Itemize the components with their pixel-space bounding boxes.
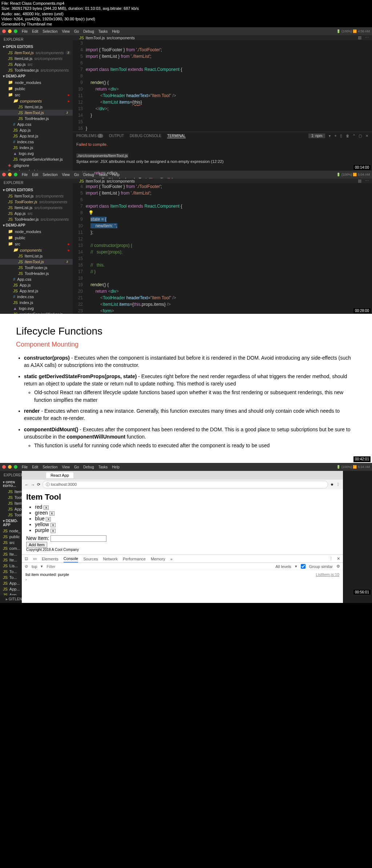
more-tabs-icon[interactable]: » [170,557,173,561]
chevron-up-icon[interactable]: ^ [353,134,355,138]
new-terminal-icon[interactable]: + [334,134,336,138]
tree-item[interactable]: ▲logo.svg [0,151,73,156]
split-terminal-icon[interactable]: ▯ [340,134,342,138]
tree-item[interactable]: #index.css [0,294,73,300]
tree-item[interactable]: JSIte... [0,551,22,557]
menu-item[interactable]: File [22,465,28,469]
add-item-button[interactable]: Add Item [26,542,47,548]
tree-item[interactable]: JSregisterServiceWorker.js [0,156,73,162]
open-editor-item[interactable]: JSApp.jssrc [0,61,73,67]
menu-item[interactable]: Tasks [98,29,108,33]
menu-item[interactable]: Selection [43,465,57,469]
more-icon[interactable]: ⋯ [365,35,369,40]
traffic-max[interactable] [14,29,17,33]
open-editor-item[interactable]: JSToolHeader.jssrc/components [0,67,73,73]
tree-item[interactable]: JSindex.js [0,145,73,151]
tree-item[interactable]: 📁public [0,235,73,241]
context-selector[interactable]: top [32,564,37,569]
tree-item[interactable]: JSToolHeader.js [0,271,73,276]
back-icon[interactable]: ← [25,483,29,487]
url-input[interactable]: ⓘ localhost:3000 [43,481,328,488]
menu-item[interactable]: Edit [32,29,38,33]
tree-item[interactable]: JSToolHeader.js [0,116,73,121]
menu-item[interactable]: Help [112,465,120,469]
log-levels-selector[interactable]: All levels [275,564,291,569]
open-editor-item[interactable]: JSItemList.jssrc/components [0,56,73,61]
dt-tab-network[interactable]: Network [103,557,118,561]
open-editor-item[interactable]: JSItemList.jssrc/components [0,205,73,211]
terminal-selector[interactable]: 1: npm [308,133,326,138]
dt-tab-console[interactable]: Console [64,556,78,563]
dt-tab-elements[interactable]: Elements [42,557,58,561]
menu-item[interactable]: File [22,173,28,177]
delete-item-button[interactable]: X [50,529,56,533]
delete-item-button[interactable]: X [44,505,49,510]
tree-item[interactable]: JSTo... [0,575,22,580]
output-tab[interactable]: OUTPUT [109,134,124,138]
tree-item[interactable]: JScom... [0,545,22,551]
tree-item[interactable]: JSToolFooter.js [0,265,73,271]
settings-icon[interactable]: ⋮ [329,556,333,561]
close-devtools-icon[interactable]: ✕ [337,556,340,561]
menu-item[interactable]: View [62,173,70,177]
delete-item-button[interactable]: X [50,523,56,527]
project-section[interactable]: DEMO-APP [0,222,73,228]
delete-item-button[interactable]: X [46,517,51,521]
dt-tab-memory[interactable]: Memory [151,557,165,561]
tree-item[interactable]: JSApp... [0,586,22,592]
traffic-close[interactable] [2,29,6,33]
open-editor-item[interactable]: JSApp.jssrc [0,211,73,216]
clear-console-icon[interactable]: ⊘ [25,564,28,569]
settings-icon[interactable]: ⚙ [336,564,340,569]
device-icon[interactable]: ▭ [33,556,37,561]
delete-item-button[interactable]: X [49,511,54,516]
menu-item[interactable]: Go [74,29,79,33]
split-editor-icon[interactable]: ▥ [358,179,361,183]
menu-item[interactable]: Tasks [98,465,108,469]
open-editor-item[interactable]: JSItemTool.jssrc/components [0,193,73,199]
tree-item[interactable]: JSsrc [0,540,22,545]
group-similar-checkbox[interactable] [301,564,306,569]
tree-item[interactable]: JSnode_ [0,528,22,534]
dt-tab-performance[interactable]: Performance [123,557,146,561]
menu-icon[interactable]: ⋮ [336,482,340,487]
menu-item[interactable]: Edit [32,173,38,177]
open-editor-item[interactable]: JSToolFo... [0,495,22,500]
tree-item[interactable]: JSApp... [0,580,22,586]
code-editor[interactable]: 4567891011121314151617181920212223242526… [73,183,372,334]
new-item-input[interactable] [50,535,106,542]
console-filter-input[interactable] [46,564,272,569]
tree-item[interactable]: 📁node_modules [0,228,73,235]
tree-item[interactable]: JSItemList.js [0,253,73,259]
tree-item[interactable]: JSTo... [0,569,22,575]
code-editor[interactable]: 345678910111213141516 import { ToolFoote… [73,40,372,132]
split-editor-icon[interactable]: ▥ [358,35,361,40]
menu-item[interactable]: Go [74,465,79,469]
open-editor-item[interactable]: JSItemTo... [0,489,22,495]
tree-item[interactable]: 📁src● [0,92,73,98]
browser-tab[interactable]: React App [46,472,73,478]
traffic-min[interactable] [8,29,12,33]
maximize-icon[interactable]: ▢ [359,134,362,138]
menu-item[interactable]: Selection [43,173,57,177]
reload-icon[interactable]: ⟳ [37,482,40,487]
tree-item[interactable]: JSApp.js [0,282,73,288]
debug-console-tab[interactable]: DEBUG CONSOLE [130,134,161,138]
tree-item[interactable]: JSItemTool.js3 [0,110,73,116]
close-icon[interactable]: ✕ [365,134,368,138]
tree-item[interactable]: JSApp.test.js [0,288,73,294]
dt-tab-sources[interactable]: Sources [83,557,98,561]
tree-item[interactable]: #App.css [0,121,73,127]
tree-item[interactable]: JSLis... [0,563,22,569]
menu-item[interactable]: Help [112,29,120,33]
tree-item[interactable]: {}package-lock.json [0,168,73,171]
tree-item[interactable]: JSItemList.js [0,104,73,110]
open-editors-section[interactable]: OPEN EDITORS [0,187,73,193]
tree-item[interactable]: 📁node_modules [0,79,73,85]
tree-item[interactable]: JSregisterServiceWorker.js [0,311,73,314]
tree-item[interactable]: JSindex.js [0,300,73,305]
tree-item[interactable]: 📁components● [0,98,73,104]
menu-item[interactable]: View [62,465,70,469]
tree-item[interactable]: #index.css [0,139,73,145]
menu-item[interactable]: File [22,29,28,33]
